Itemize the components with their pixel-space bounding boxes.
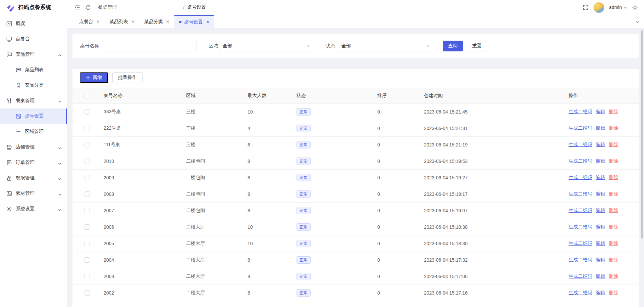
status-select[interactable]: 全部 — [338, 41, 433, 51]
edit-link[interactable]: 编辑 — [596, 224, 605, 230]
row-checkbox[interactable] — [85, 191, 90, 197]
avatar[interactable] — [593, 2, 604, 13]
edit-link[interactable]: 编辑 — [596, 142, 605, 148]
tab-label: 菜品分类 — [144, 19, 163, 25]
sidebar-item-asset-management[interactable]: 素材管理 — [0, 186, 67, 201]
table-name-input[interactable] — [102, 41, 197, 51]
delete-link[interactable]: 删除 — [609, 142, 618, 148]
area-select[interactable]: 全部 — [219, 41, 314, 51]
tab-dish-category[interactable]: 菜品分类 ✕ — [140, 15, 174, 28]
sidebar-item-dish-management[interactable]: 菜品管理 — [0, 47, 67, 62]
row-checkbox[interactable] — [85, 208, 90, 213]
row-checkbox[interactable] — [85, 126, 90, 131]
delete-link[interactable]: 删除 — [609, 191, 618, 197]
generate-qrcode-link[interactable]: 生成二维码 — [569, 142, 592, 148]
generate-qrcode-link[interactable]: 生成二维码 — [569, 290, 592, 296]
chevron-up-icon — [58, 99, 61, 102]
cell-table-name: 2006 — [98, 224, 181, 230]
add-button[interactable]: 新增 — [80, 72, 108, 83]
row-checkbox[interactable] — [85, 175, 90, 180]
delete-link[interactable]: 删除 — [609, 257, 618, 263]
message-icon — [15, 67, 21, 73]
row-checkbox[interactable] — [85, 159, 90, 164]
generate-qrcode-link[interactable]: 生成二维码 — [569, 125, 592, 131]
row-checkbox[interactable] — [85, 142, 90, 147]
tab-table-number-settings[interactable]: 桌号设置 ✕ — [174, 15, 214, 28]
reset-button[interactable]: 重置 — [467, 41, 487, 51]
row-checkbox[interactable] — [85, 274, 90, 279]
edit-link[interactable]: 编辑 — [596, 273, 605, 279]
sidebar-item-system-settings[interactable]: 系统设置 — [0, 201, 67, 217]
close-icon[interactable]: ✕ — [206, 20, 210, 24]
sidebar-item-shop-management[interactable]: 店铺管理 — [0, 139, 67, 155]
settings-gear-icon[interactable] — [632, 4, 638, 10]
edit-link[interactable]: 编辑 — [596, 191, 605, 197]
select-all-checkbox[interactable] — [85, 93, 90, 98]
edit-link[interactable]: 编辑 — [596, 158, 605, 164]
generate-qrcode-link[interactable]: 生成二维码 — [569, 273, 592, 279]
row-checkbox[interactable] — [85, 224, 90, 230]
edit-link[interactable]: 编辑 — [596, 175, 605, 181]
generate-qrcode-link[interactable]: 生成二维码 — [569, 175, 592, 181]
cell-sort: 0 — [372, 241, 419, 246]
table-row: 2003 二楼大厅 4 正常 0 2023-06-04 15:17:06 生成二… — [72, 268, 639, 285]
batch-operation-button[interactable]: 批量操作 — [112, 72, 143, 83]
edit-link[interactable]: 编辑 — [596, 109, 605, 115]
generate-qrcode-link[interactable]: 生成二维码 — [569, 240, 592, 247]
tab-order-station[interactable]: 点餐台 ✕ — [74, 15, 105, 28]
row-checkbox[interactable] — [85, 241, 90, 246]
edit-link[interactable]: 编辑 — [596, 257, 605, 263]
cell-area: 二楼大厅 — [181, 224, 242, 230]
user-menu[interactable]: admin — [609, 5, 627, 10]
tab-label: 桌号设置 — [184, 19, 203, 25]
generate-qrcode-link[interactable]: 生成二维码 — [569, 257, 592, 263]
breadcrumb-parent[interactable]: 餐桌管理 — [98, 4, 180, 10]
generate-qrcode-link[interactable]: 生成二维码 — [569, 191, 592, 197]
delete-link[interactable]: 删除 — [609, 125, 618, 131]
sidebar-item-permission-management[interactable]: 权限管理 — [0, 170, 67, 186]
cell-sort: 0 — [372, 290, 419, 296]
generate-qrcode-link[interactable]: 生成二维码 — [569, 158, 592, 164]
fullscreen-icon[interactable] — [583, 4, 589, 10]
cell-table-name: 2008 — [98, 191, 181, 197]
sidebar-item-dish-category[interactable]: 菜品分类 — [0, 78, 67, 93]
sidebar-item-area-management[interactable]: 区域管理 — [0, 124, 67, 139]
cell-sort: 0 — [372, 274, 419, 279]
delete-link[interactable]: 删除 — [609, 208, 618, 214]
edit-link[interactable]: 编辑 — [596, 125, 605, 131]
cell-area: 二楼大厅 — [181, 257, 242, 263]
collapse-sidebar-icon[interactable] — [74, 4, 80, 10]
sidebar-item-order-station[interactable]: 点餐台 — [0, 31, 67, 47]
delete-link[interactable]: 删除 — [609, 109, 618, 115]
sidebar-item-dish-list[interactable]: 菜品列表 — [0, 62, 67, 78]
close-icon[interactable]: ✕ — [131, 19, 135, 24]
sidebar-item-table-number-settings[interactable]: 桌号设置 — [0, 108, 67, 124]
row-checkbox[interactable] — [85, 257, 90, 263]
delete-link[interactable]: 删除 — [609, 224, 618, 230]
delete-link[interactable]: 删除 — [609, 240, 618, 247]
generate-qrcode-link[interactable]: 生成二维码 — [569, 208, 592, 214]
refresh-icon[interactable] — [85, 4, 91, 10]
delete-link[interactable]: 删除 — [609, 175, 618, 181]
column-header-area: 区域 — [181, 93, 242, 99]
generate-qrcode-link[interactable]: 生成二维码 — [569, 224, 592, 230]
delete-link[interactable]: 删除 — [609, 290, 618, 296]
close-icon[interactable]: ✕ — [166, 19, 170, 24]
delete-link[interactable]: 删除 — [609, 158, 618, 164]
vertical-scrollbar[interactable] — [641, 30, 643, 238]
edit-link[interactable]: 编辑 — [596, 240, 605, 247]
lock-icon — [6, 175, 12, 181]
sidebar-item-table-management[interactable]: 餐桌管理 — [0, 93, 67, 108]
generate-qrcode-link[interactable]: 生成二维码 — [569, 109, 592, 115]
delete-link[interactable]: 删除 — [609, 273, 618, 279]
row-checkbox[interactable] — [85, 109, 90, 115]
tabs-more-chevron-icon[interactable] — [631, 15, 644, 28]
edit-link[interactable]: 编辑 — [596, 290, 605, 296]
tab-dish-list[interactable]: 菜品列表 ✕ — [105, 15, 140, 28]
sidebar-item-order-management[interactable]: 订单管理 — [0, 155, 67, 170]
sidebar-item-overview[interactable]: 概况 — [0, 16, 67, 31]
close-icon[interactable]: ✕ — [96, 19, 100, 24]
row-checkbox[interactable] — [85, 290, 90, 296]
search-button[interactable]: 查询 — [443, 41, 463, 51]
edit-link[interactable]: 编辑 — [596, 208, 605, 214]
